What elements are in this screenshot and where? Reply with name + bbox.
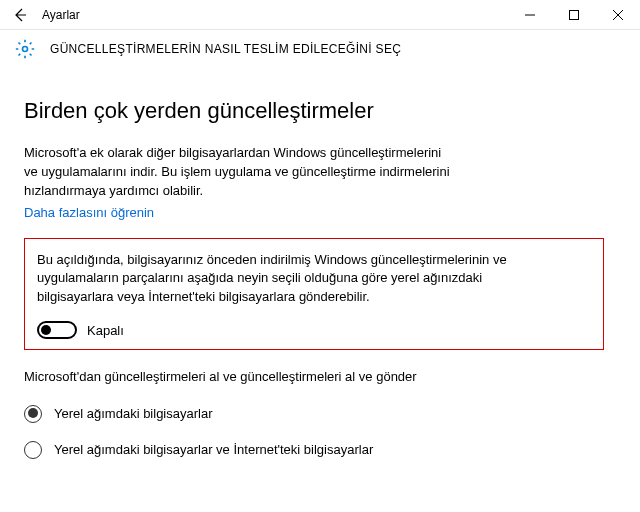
maximize-icon: [569, 10, 579, 20]
radio-option-local[interactable]: Yerel ağımdaki bilgisayarlar: [24, 405, 616, 423]
highlighted-section: Bu açıldığında, bilgisayarınız önceden i…: [24, 238, 604, 351]
page-subheading: GÜNCELLEŞTİRMELERİN NASIL TESLİM EDİLECE…: [50, 42, 401, 56]
maximize-button[interactable]: [552, 0, 596, 30]
toggle-knob-icon: [41, 325, 51, 335]
intro-text: Microsoft'a ek olarak diğer bilgisayarla…: [24, 144, 454, 201]
arrow-left-icon: [12, 7, 28, 23]
svg-rect-1: [570, 10, 579, 19]
back-button[interactable]: [6, 1, 34, 29]
toggle-row: Kapalı: [37, 321, 591, 339]
radio-section-text: Microsoft'dan güncelleştirmeleri al ve g…: [24, 368, 454, 387]
close-icon: [613, 10, 623, 20]
page-title: Birden çok yerden güncelleştirmeler: [24, 98, 616, 124]
close-button[interactable]: [596, 0, 640, 30]
radio-icon: [24, 405, 42, 423]
radio-section: Microsoft'dan güncelleştirmeleri al ve g…: [24, 368, 616, 459]
minimize-button[interactable]: [508, 0, 552, 30]
window-title: Ayarlar: [42, 8, 80, 22]
page-subheader: GÜNCELLEŞTİRMELERİN NASIL TESLİM EDİLECE…: [0, 30, 640, 70]
window-controls: [508, 0, 640, 30]
highlighted-text: Bu açıldığında, bilgisayarınız önceden i…: [37, 251, 557, 308]
delivery-toggle[interactable]: [37, 321, 77, 339]
settings-icon: [14, 38, 36, 60]
minimize-icon: [525, 10, 535, 20]
radio-option-local-and-internet[interactable]: Yerel ağımdaki bilgisayarlar ve İnternet…: [24, 441, 616, 459]
learn-more-link[interactable]: Daha fazlasını öğrenin: [24, 205, 154, 220]
svg-point-4: [23, 47, 28, 52]
toggle-label: Kapalı: [87, 323, 124, 338]
radio-label: Yerel ağımdaki bilgisayarlar: [54, 406, 213, 421]
content-area: Birden çok yerden güncelleştirmeler Micr…: [0, 70, 640, 459]
radio-icon: [24, 441, 42, 459]
radio-label: Yerel ağımdaki bilgisayarlar ve İnternet…: [54, 442, 373, 457]
titlebar: Ayarlar: [0, 0, 640, 30]
